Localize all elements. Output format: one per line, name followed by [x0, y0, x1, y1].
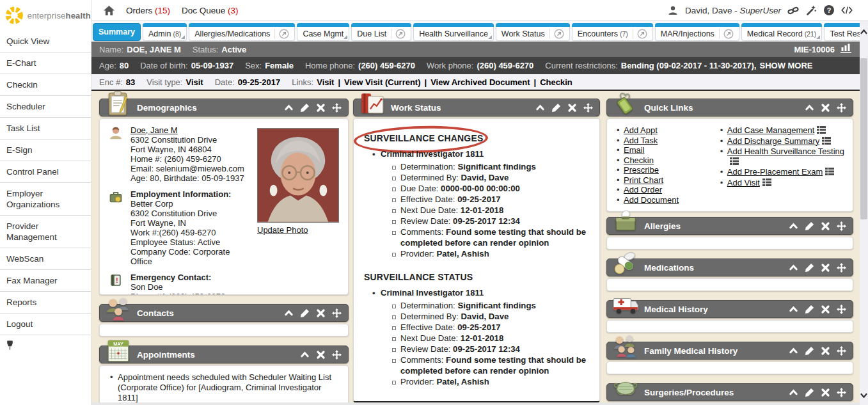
sidebar-item-checkin[interactable]: Checkin	[0, 74, 91, 96]
collapse-icon[interactable]	[805, 103, 814, 113]
edit-icon[interactable]	[805, 263, 814, 273]
move-icon[interactable]	[837, 221, 846, 231]
list-icon[interactable]	[762, 179, 771, 189]
close-icon[interactable]	[821, 388, 830, 397]
wand-icon[interactable]	[805, 5, 817, 15]
link-visit[interactable]: Visit	[317, 77, 334, 87]
list-icon[interactable]	[825, 168, 834, 178]
horizontal-scrollbar[interactable]	[91, 402, 860, 405]
move-icon[interactable]	[583, 103, 593, 113]
sidebar-item-control-panel[interactable]: Control Panel	[0, 161, 91, 183]
nav-doc-queue[interactable]: Doc Queue (3)	[182, 6, 239, 15]
quick-link-add-case-management[interactable]: Add Case Management	[727, 125, 815, 135]
sidebar-item-employer-organizations[interactable]: Employer Organizations	[0, 183, 91, 216]
link-icon[interactable]	[787, 5, 799, 15]
popout-icon[interactable]	[719, 29, 734, 39]
tab-summary[interactable]: Summary	[93, 23, 141, 41]
tab-work-status[interactable]: Work Status	[496, 23, 570, 41]
tab-admin[interactable]: Admin(8)	[143, 23, 187, 41]
tab-mar-injections[interactable]: MAR/Injections	[655, 23, 739, 41]
patient-name-link[interactable]: Doe, Jane M	[130, 125, 178, 135]
close-icon[interactable]	[821, 305, 830, 314]
quick-link-add-visit[interactable]: Add Visit	[727, 178, 760, 187]
sidebar-item-task-list[interactable]: Task List	[0, 118, 91, 139]
edit-icon[interactable]	[805, 221, 814, 231]
list-icon[interactable]	[822, 137, 831, 147]
close-icon[interactable]	[821, 346, 830, 356]
vertical-scrollbar[interactable]	[860, 21, 868, 405]
update-photo-link[interactable]: Update Photo	[257, 225, 308, 235]
sidebar-item-quick-view[interactable]: Quick View	[0, 31, 91, 52]
collapse-icon[interactable]	[284, 103, 294, 113]
close-icon[interactable]	[821, 263, 830, 273]
quick-link-add-health-surveillance-testing[interactable]: Add Health Surveillance Testing	[727, 147, 844, 156]
quick-link-print-chart[interactable]: Print Chart	[624, 175, 663, 185]
edit-icon[interactable]	[300, 308, 310, 318]
quick-link-email[interactable]: Email	[624, 145, 645, 155]
move-icon[interactable]	[837, 346, 846, 356]
quick-link-checkin[interactable]: Checkin	[624, 155, 654, 165]
quick-link-add-order[interactable]: Add Order	[624, 185, 662, 195]
collapse-icon[interactable]	[789, 305, 798, 314]
popout-icon[interactable]	[633, 29, 647, 39]
scroll-up-icon[interactable]	[860, 28, 868, 36]
collapse-icon[interactable]	[789, 263, 798, 273]
quick-link-add-discharge-summary[interactable]: Add Discharge Summary	[727, 136, 820, 146]
sidebar-item-e-sign[interactable]: E-Sign	[0, 139, 91, 161]
sidebar-item-provider-management[interactable]: Provider Management	[0, 216, 91, 248]
move-icon[interactable]	[332, 350, 342, 360]
close-icon[interactable]	[316, 103, 326, 113]
sidebar-item-logout[interactable]: Logout	[0, 314, 91, 335]
pin-icon[interactable]	[0, 335, 91, 355]
scrollbar-thumb[interactable]	[860, 58, 867, 219]
close-icon[interactable]	[821, 103, 830, 113]
tab-case-mgmt[interactable]: Case Mgmt	[297, 23, 349, 41]
close-icon[interactable]	[316, 350, 326, 360]
collapse-icon[interactable]	[789, 221, 798, 231]
close-icon[interactable]	[316, 308, 326, 318]
current-user[interactable]: David, Dave - SuperUser	[685, 6, 781, 15]
popout-icon[interactable]	[274, 29, 289, 39]
popout-icon[interactable]	[391, 29, 406, 39]
collapse-icon[interactable]	[789, 388, 798, 397]
tab-due-list[interactable]: Due List	[351, 23, 411, 41]
help-icon[interactable]: ?	[823, 5, 835, 15]
collapse-icon[interactable]	[284, 308, 294, 318]
close-icon[interactable]	[821, 221, 830, 231]
sidebar-item-e-chart[interactable]: E-Chart	[0, 52, 91, 74]
edit-icon[interactable]	[805, 305, 814, 314]
move-icon[interactable]	[837, 103, 846, 113]
move-icon[interactable]	[837, 263, 846, 273]
home-icon[interactable]	[103, 5, 114, 15]
link-view-visit-current[interactable]: View Visit (Current)	[344, 77, 420, 87]
sidebar-item-fax-manager[interactable]: Fax Manager	[0, 270, 91, 292]
list-icon[interactable]	[730, 157, 739, 168]
sidebar-item-webscan[interactable]: WebScan	[0, 248, 91, 270]
quick-link-add-pre-placement-exam[interactable]: Add Pre-Placement Exam	[727, 167, 823, 177]
link-checkin[interactable]: Checkin	[540, 77, 572, 87]
close-icon[interactable]	[567, 103, 577, 113]
quick-link-add-appt[interactable]: Add Appt	[624, 125, 658, 135]
quick-link-add-task[interactable]: Add Task	[624, 136, 658, 145]
edit-icon[interactable]	[300, 103, 310, 113]
edit-icon[interactable]	[805, 346, 814, 356]
move-icon[interactable]	[332, 308, 342, 318]
move-icon[interactable]	[332, 103, 342, 113]
code-icon[interactable]	[841, 5, 853, 15]
edit-icon[interactable]	[805, 388, 814, 397]
scroll-down-icon[interactable]	[860, 391, 868, 400]
popout-icon[interactable]	[549, 29, 564, 39]
quick-link-add-document[interactable]: Add Document	[624, 195, 679, 205]
collapse-icon[interactable]	[789, 346, 798, 356]
edit-icon[interactable]	[551, 103, 561, 113]
list-icon[interactable]	[817, 126, 826, 136]
collapse-icon[interactable]	[300, 350, 310, 360]
sidebar-item-scheduler[interactable]: Scheduler	[0, 96, 91, 118]
move-icon[interactable]	[837, 305, 846, 314]
tab-medical-record[interactable]: Medical Record(21)	[741, 23, 823, 41]
link-view-archived-document[interactable]: View Archived Document	[430, 77, 530, 87]
nav-orders[interactable]: Orders (15)	[126, 6, 170, 15]
tab-encounters[interactable]: Encounters(7)	[572, 23, 653, 41]
show-more-link[interactable]: SHOW MORE	[759, 61, 812, 70]
tab-test-results[interactable]: Test Results	[824, 23, 860, 41]
